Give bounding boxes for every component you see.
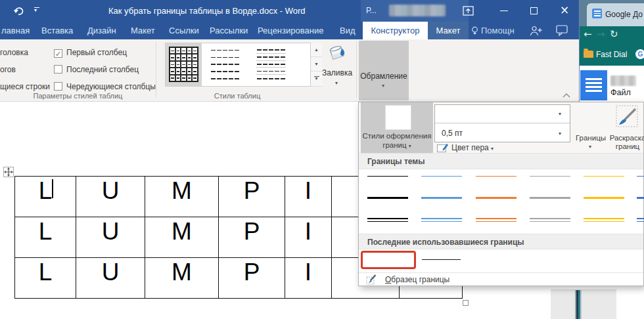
shading-button[interactable]: Заливка ▾	[320, 41, 354, 100]
blurred-username	[389, 5, 446, 16]
tab-insert[interactable]: Вставка	[41, 22, 73, 39]
table-resize-handle[interactable]	[463, 300, 469, 306]
theme-border-sample-thick[interactable]	[421, 197, 462, 199]
tab-assistant[interactable]: Помощн	[471, 22, 515, 39]
tab-table-layout[interactable]: Макет	[428, 22, 469, 39]
comments-icon[interactable]	[556, 25, 568, 36]
docs-menu-icon[interactable]	[580, 70, 607, 100]
border-painter-button[interactable]: Раскраска границ	[610, 102, 644, 153]
table-cell[interactable]: M	[145, 217, 219, 258]
bookmark-label[interactable]: Fast Dial	[596, 50, 627, 59]
table-style-thumbnail-3[interactable]	[256, 47, 286, 82]
theme-border-sample-double[interactable]	[584, 218, 624, 222]
line-style-combobox[interactable]: ▾	[435, 105, 570, 123]
minimize-button[interactable]	[492, 0, 518, 22]
theme-border-sample-thin[interactable]	[584, 176, 624, 177]
bookmark-folder-icon[interactable]	[584, 51, 593, 58]
theme-border-sample-double[interactable]	[476, 218, 517, 222]
pen-color-button[interactable]: Цвет пера ▾	[451, 143, 494, 152]
table-style-thumbnail-2[interactable]	[210, 47, 240, 82]
blurred-doc-name	[610, 75, 636, 86]
theme-border-sample-thick[interactable]	[367, 197, 408, 199]
table-cell[interactable]: M	[145, 258, 219, 299]
tab-layout[interactable]: Макет	[131, 22, 155, 39]
table-cell[interactable]: P	[219, 177, 285, 217]
theme-border-sample-double[interactable]	[637, 218, 644, 222]
checkbox-checked[interactable]: ✓	[54, 49, 62, 58]
docs-file-menu[interactable]: Файл	[610, 88, 631, 97]
table-cell[interactable]: U	[76, 177, 145, 217]
theme-border-sample-thick[interactable]	[584, 197, 624, 199]
recent-border-thin[interactable]	[422, 259, 461, 260]
window-edge-stripe	[575, 290, 582, 319]
theme-border-sample-thin[interactable]	[367, 176, 408, 177]
theme-border-sample-thin[interactable]	[530, 176, 570, 177]
flyout-controls-section: Стили оформления границ ▾ ▾ 0,5 пт ▾	[359, 102, 643, 153]
table-cell[interactable]: U	[76, 258, 145, 299]
borders-dropdown-arrow: ▾	[382, 83, 384, 89]
style-option-checkbox-row[interactable]: Чередующиеся столбцы	[54, 80, 156, 91]
theme-border-sample-thin[interactable]	[637, 176, 644, 177]
table-style-thumbnail-1[interactable]	[169, 47, 198, 82]
cut-checkbox-label: огов	[0, 65, 16, 74]
collapse-ribbon-chevron-icon[interactable]	[562, 93, 571, 98]
text-cursor	[52, 179, 53, 198]
border-sampler-menu-item[interactable]: Образец границы	[359, 274, 643, 286]
share-person-icon[interactable]	[530, 25, 543, 37]
tab-mailings[interactable]: Рассылки	[210, 22, 248, 39]
tab-references[interactable]: Ссылки	[169, 22, 199, 39]
borders-picker-button[interactable]: Границы ▾	[574, 102, 608, 153]
theme-border-sample-thick[interactable]	[530, 197, 570, 199]
refresh-icon[interactable]: ↻	[610, 28, 618, 40]
border-styles-button[interactable]: Стили оформления границ ▾	[361, 102, 433, 153]
style-option-checkbox-row[interactable]: ✓Первый столбец	[54, 46, 127, 56]
close-button[interactable]: ×	[551, 0, 578, 22]
theme-border-sample-double[interactable]	[530, 218, 570, 222]
group-label-table-style-options: Параметры стилей таблиц	[0, 92, 156, 100]
browser-tab-title: Google До	[605, 10, 643, 19]
tab-view[interactable]: Вид	[340, 22, 356, 39]
theme-border-sample-thin[interactable]	[476, 176, 517, 177]
theme-border-sample-double[interactable]	[367, 218, 408, 222]
redo-icon[interactable]	[13, 5, 25, 16]
group-separator	[156, 41, 156, 98]
theme-border-sample-thick[interactable]	[476, 197, 517, 199]
assistant-bulb-icon	[471, 26, 478, 35]
google-docs-icon	[592, 9, 602, 18]
line-weight-combobox[interactable]: 0,5 пт	[442, 129, 463, 138]
table-cell[interactable]: L	[15, 217, 76, 258]
recent-borders-header: Последние использовавшиеся границы	[359, 234, 643, 249]
back-icon[interactable]: ←	[584, 28, 592, 40]
table-cell[interactable]: U	[76, 217, 145, 258]
checkbox-unchecked[interactable]	[54, 65, 62, 74]
pen-color-icon	[437, 142, 448, 153]
style-option-checkbox-row[interactable]: Последний столбец	[54, 63, 139, 74]
table-cell[interactable]: L	[15, 177, 76, 217]
qat-customize-icon[interactable]: ▾	[34, 7, 39, 12]
table-cell[interactable]: P	[219, 258, 285, 299]
tab-design[interactable]: Дизайн	[87, 22, 116, 39]
table-cell[interactable]: M	[145, 177, 219, 217]
table-cell[interactable]: I	[285, 217, 332, 258]
table-cell[interactable]: I	[285, 177, 332, 217]
ribbon-display-options-icon[interactable]	[463, 6, 474, 16]
table-cell[interactable]: P	[219, 217, 285, 258]
checkbox-unchecked[interactable]	[54, 82, 62, 91]
weight-dropdown-arrow[interactable]: ▾	[559, 131, 561, 137]
word-title-bar: ▾ Как убрать границы таблицы в Ворде.doc…	[0, 0, 580, 22]
theme-border-sample-double[interactable]	[421, 218, 462, 222]
table-move-handle[interactable]	[3, 167, 14, 177]
tab-home-partial[interactable]: лавная	[1, 22, 30, 39]
maximize-button[interactable]	[521, 0, 547, 22]
tab-review[interactable]: Рецензирование	[258, 22, 323, 39]
theme-border-sample-thin[interactable]	[421, 176, 462, 177]
table-cell[interactable]: L	[15, 258, 76, 299]
theme-border-sample-thick[interactable]	[637, 197, 644, 199]
forward-icon[interactable]: →	[597, 28, 605, 40]
theme-borders-header: Границы темы	[359, 153, 643, 169]
table-cell[interactable]: I	[285, 258, 332, 299]
borders-group-button[interactable]: Обрамление ▾	[359, 41, 409, 100]
background-window-remnant	[551, 289, 616, 319]
browser-tab[interactable]: Google До	[587, 3, 644, 26]
tab-table-design[interactable]: Конструктор	[363, 22, 428, 39]
